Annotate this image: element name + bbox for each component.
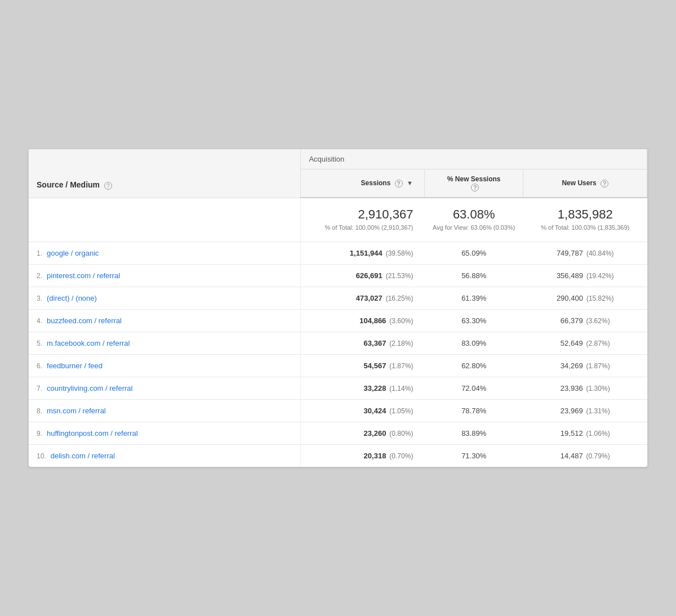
sessions-percent: (2.18%)	[389, 340, 413, 347]
new-users-value: 23,936	[561, 384, 583, 392]
sessions-cell: 54,567(1.87%)	[301, 354, 425, 377]
sessions-percent: (1.87%)	[389, 362, 413, 370]
table-row: 6.feedburner / feed54,567(1.87%)62.80%34…	[29, 354, 647, 377]
new-users-percent: (1.31%)	[586, 407, 610, 415]
pct-new-value: 72.04%	[461, 384, 486, 392]
source-link[interactable]: buzzfeed.com / referral	[47, 316, 122, 325]
row-number: 10.	[37, 452, 46, 460]
new-users-percent: (19.42%)	[586, 272, 614, 280]
totals-sessions-main: 2,910,367	[309, 207, 413, 222]
row-number: 5.	[37, 340, 42, 347]
source-cell: 7.countryliving.com / referral	[29, 377, 301, 399]
pct-new-value: 63.30%	[461, 316, 486, 325]
sessions-cell: 63,367(2.18%)	[301, 332, 425, 354]
new-users-cell: 290,400(15.82%)	[523, 287, 647, 309]
table-row: 5.m.facebook.com / referral63,367(2.18%)…	[29, 332, 647, 354]
new-users-cell: 52,649(2.87%)	[523, 332, 647, 354]
sessions-cell: 626,691(21.53%)	[301, 264, 425, 287]
source-cell: 6.feedburner / feed	[29, 354, 301, 377]
table-row: 2.pinterest.com / referral626,691(21.53%…	[29, 264, 647, 287]
sessions-value: 473,027	[356, 294, 383, 302]
pct-new-value: 62.80%	[461, 361, 486, 370]
pct-new-value: 83.09%	[461, 339, 486, 347]
new-users-percent: (15.82%)	[586, 294, 614, 302]
source-link[interactable]: (direct) / (none)	[47, 294, 97, 302]
pct-new-value: 65.09%	[461, 249, 486, 257]
totals-source-cell	[29, 198, 301, 242]
new-users-cell: 23,936(1.30%)	[523, 377, 647, 399]
table-row: 9.huffingtonpost.com / referral23,260(0.…	[29, 422, 647, 444]
sessions-value: 20,318	[364, 452, 386, 460]
table-row: 10.delish.com / referral20,318(0.70%)71.…	[29, 444, 647, 467]
source-cell: 1.google / organic	[29, 242, 301, 264]
source-link[interactable]: feedburner / feed	[47, 361, 103, 370]
source-link[interactable]: huffingtonpost.com / referral	[47, 429, 138, 438]
sessions-value: 63,367	[364, 339, 386, 347]
pct-new-cell: 72.04%	[424, 377, 523, 399]
new-users-cell: 23,969(1.31%)	[523, 399, 647, 422]
pct-new-sessions-column-header[interactable]: % New Sessions ?	[424, 169, 523, 198]
pct-new-cell: 71.30%	[424, 444, 523, 467]
sessions-value: 1,151,944	[350, 249, 383, 257]
pct-new-help-icon[interactable]: ?	[471, 184, 479, 191]
source-link[interactable]: pinterest.com / referral	[47, 271, 120, 280]
sessions-cell: 104,866(3.60%)	[301, 309, 425, 332]
sessions-percent: (1.05%)	[389, 407, 413, 415]
new-users-column-header[interactable]: New Users ?	[523, 169, 647, 198]
new-users-value: 34,269	[561, 361, 583, 370]
pct-new-value: 56.88%	[461, 271, 486, 280]
sessions-value: 626,691	[356, 271, 383, 280]
new-users-percent: (40.84%)	[586, 249, 614, 257]
new-users-percent: (1.06%)	[586, 430, 610, 438]
sessions-value: 30,424	[364, 407, 386, 415]
source-medium-help-icon[interactable]: ?	[104, 182, 112, 190]
pct-new-cell: 65.09%	[424, 242, 523, 264]
table-row: 3.(direct) / (none)473,027(16.25%)61.39%…	[29, 287, 647, 309]
sessions-cell: 23,260(0.80%)	[301, 422, 425, 444]
source-cell: 2.pinterest.com / referral	[29, 264, 301, 287]
sessions-cell: 20,318(0.70%)	[301, 444, 425, 467]
sessions-cell: 1,151,944(39.58%)	[301, 242, 425, 264]
sessions-help-icon[interactable]: ?	[395, 180, 403, 188]
sessions-value: 33,228	[364, 384, 386, 392]
sessions-percent: (39.58%)	[386, 249, 413, 257]
new-users-help-icon[interactable]: ?	[601, 180, 608, 188]
analytics-table-container: Source / Medium ? Acquisition Sessions ?…	[28, 149, 648, 467]
sessions-percent: (1.14%)	[389, 385, 413, 392]
source-link[interactable]: m.facebook.com / referral	[47, 339, 130, 347]
source-cell: 4.buzzfeed.com / referral	[29, 309, 301, 332]
source-cell: 10.delish.com / referral	[29, 444, 301, 467]
sessions-percent: (3.60%)	[389, 317, 413, 325]
row-number: 8.	[37, 407, 42, 415]
sessions-value: 23,260	[364, 429, 386, 438]
row-number: 1.	[37, 249, 42, 257]
new-users-value: 52,649	[561, 339, 583, 347]
source-medium-header-empty: Source / Medium ?	[29, 149, 301, 198]
table-row: 1.google / organic1,151,944(39.58%)65.09…	[29, 242, 647, 264]
pct-new-cell: 61.39%	[424, 287, 523, 309]
source-link[interactable]: msn.com / referral	[47, 407, 106, 415]
totals-sessions-cell: 2,910,367 % of Total: 100.00% (2,910,367…	[301, 198, 425, 242]
source-link[interactable]: delish.com / referral	[51, 452, 115, 460]
sessions-sort-arrow[interactable]: ▼	[407, 180, 413, 186]
row-number: 3.	[37, 294, 42, 302]
new-users-cell: 66,379(3.62%)	[523, 309, 647, 332]
table-row: 7.countryliving.com / referral33,228(1.1…	[29, 377, 647, 399]
new-users-value: 66,379	[561, 316, 583, 325]
source-link[interactable]: google / organic	[47, 249, 99, 257]
new-users-value: 14,487	[561, 452, 583, 460]
sessions-cell: 33,228(1.14%)	[301, 377, 425, 399]
source-cell: 9.huffingtonpost.com / referral	[29, 422, 301, 444]
totals-pct-new-cell: 63.08% Avg for View: 63.06% (0.03%)	[424, 198, 523, 242]
source-medium-label: Source / Medium	[37, 180, 100, 189]
totals-pct-new-sub: Avg for View: 63.06% (0.03%)	[432, 223, 515, 233]
sessions-percent: (0.80%)	[389, 430, 413, 438]
acquisition-group-header: Acquisition	[301, 149, 647, 169]
totals-row: 2,910,367 % of Total: 100.00% (2,910,367…	[29, 198, 647, 242]
row-number: 7.	[37, 385, 42, 392]
source-link[interactable]: countryliving.com / referral	[47, 384, 132, 392]
sessions-column-header[interactable]: Sessions ? ▼	[301, 169, 425, 198]
sessions-value: 54,567	[364, 361, 386, 370]
new-users-value: 19,512	[561, 429, 583, 438]
row-number: 6.	[37, 362, 42, 370]
